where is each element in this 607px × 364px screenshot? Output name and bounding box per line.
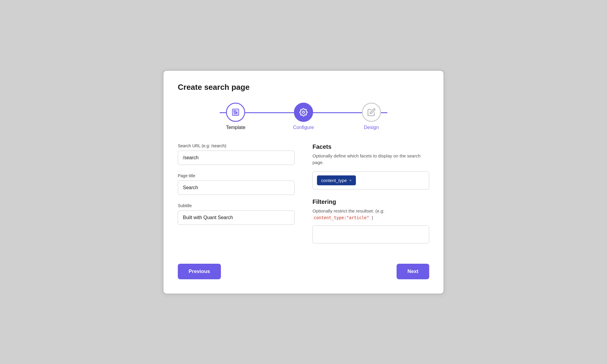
modal-container: Create search page Template xyxy=(163,70,444,294)
step-circle-template xyxy=(226,103,245,122)
facet-tag-label: content_type xyxy=(321,178,347,183)
left-column: Search URL (e.g: /search) Page title Sub… xyxy=(178,143,295,252)
facets-description: Optionally define which facets to displa… xyxy=(312,153,429,166)
page-title-input[interactable] xyxy=(178,181,295,195)
step-label-configure: Configure xyxy=(293,125,314,130)
previous-button[interactable]: Previous xyxy=(178,264,221,279)
filtering-title: Filtering xyxy=(312,198,429,205)
facet-tag-close-button[interactable]: × xyxy=(349,178,352,183)
design-icon xyxy=(367,108,376,116)
facets-section: Facets Optionally define which facets to… xyxy=(312,143,429,189)
search-url-group: Search URL (e.g: /search) xyxy=(178,143,295,165)
step-label-template: Template xyxy=(226,125,245,130)
page-title-group: Page title xyxy=(178,173,295,195)
filtering-desc-code: content_type:"article" xyxy=(312,215,370,221)
step-circle-configure xyxy=(294,103,313,122)
facet-tag-content-type[interactable]: content_type × xyxy=(317,175,356,185)
page-title: Create search page xyxy=(178,83,429,92)
step-design[interactable]: Design xyxy=(337,103,405,130)
page-title-label: Page title xyxy=(178,173,295,178)
filtering-description: Optionally restrict the resultset. (e.g:… xyxy=(312,208,429,221)
search-url-input[interactable] xyxy=(178,151,295,165)
step-circle-design xyxy=(362,103,381,122)
stepper: Template Configure Design xyxy=(178,103,429,130)
facets-title: Facets xyxy=(312,143,429,150)
facets-box[interactable]: content_type × xyxy=(312,172,429,189)
subtitle-input[interactable] xyxy=(178,210,295,225)
step-configure[interactable]: Configure xyxy=(270,103,338,130)
filtering-desc-suffix: ) xyxy=(370,215,373,220)
filtering-section: Filtering Optionally restrict the result… xyxy=(312,198,429,243)
step-template[interactable]: Template xyxy=(202,103,270,130)
filtering-desc-prefix: Optionally restrict the resultset. (e.g: xyxy=(312,208,384,213)
button-row: Previous Next xyxy=(178,264,429,279)
svg-point-6 xyxy=(303,111,305,113)
right-column: Facets Optionally define which facets to… xyxy=(312,143,429,252)
template-icon xyxy=(231,108,240,116)
configure-icon xyxy=(299,108,308,116)
step-label-design: Design xyxy=(364,125,379,130)
search-url-label: Search URL (e.g: /search) xyxy=(178,143,295,148)
filtering-input[interactable] xyxy=(312,225,429,243)
subtitle-label: Subtitle xyxy=(178,203,295,208)
next-button[interactable]: Next xyxy=(397,264,429,279)
subtitle-group: Subtitle xyxy=(178,203,295,225)
form-content: Search URL (e.g: /search) Page title Sub… xyxy=(178,143,429,252)
svg-rect-1 xyxy=(234,110,235,112)
